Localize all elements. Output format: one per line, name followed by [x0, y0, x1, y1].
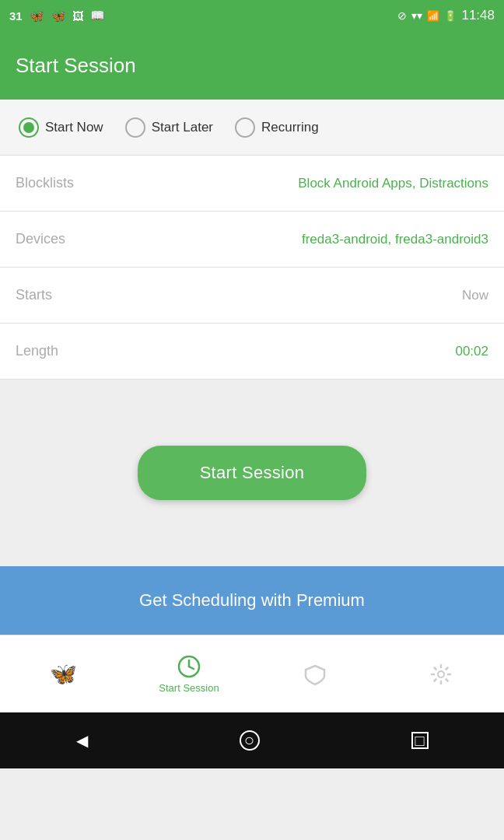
- info-section: Blocklists Block Android Apps, Distracti…: [0, 156, 504, 380]
- status-bar-left: 31 🦋 🦋 🖼 📖: [9, 9, 105, 23]
- status-time: 11:48: [461, 8, 495, 23]
- home-button[interactable]: ○: [240, 730, 260, 751]
- length-row[interactable]: Length 00:02: [0, 324, 504, 380]
- radio-label-start-later: Start Later: [152, 120, 213, 135]
- blocklists-label: Blocklists: [16, 175, 74, 191]
- system-nav-bar: ◀ ○ □: [0, 712, 504, 768]
- premium-text: Get Scheduling with Premium: [139, 590, 365, 611]
- start-session-button[interactable]: Start Session: [138, 446, 367, 500]
- svg-line-2: [189, 667, 194, 669]
- radio-circle-start-now: [19, 117, 39, 138]
- starts-label: Starts: [16, 287, 52, 303]
- nav-item-shield[interactable]: [252, 663, 378, 685]
- length-label: Length: [16, 343, 58, 359]
- wifi-icon: ▾▾: [411, 9, 422, 22]
- image-icon: 🖼: [72, 9, 84, 23]
- radio-inner-start-now: [23, 122, 34, 133]
- devices-row[interactable]: Devices freda3-android, freda3-android3: [0, 212, 504, 268]
- butterfly2-icon: 🦋: [51, 9, 66, 23]
- devices-label: Devices: [16, 231, 65, 247]
- status-bar-right: ⊘ ▾▾ 📶 🔋 11:48: [397, 8, 495, 23]
- svg-point-3: [438, 671, 444, 677]
- calendar-icon: 31: [9, 9, 23, 23]
- app-header: Start Session: [0, 31, 504, 100]
- bottom-nav: 🦋 Start Session: [0, 635, 504, 712]
- main-content: Start Session: [0, 380, 504, 566]
- shield-nav-icon: [304, 663, 326, 685]
- butterfly1-icon: 🦋: [29, 9, 44, 23]
- length-value: 00:02: [455, 344, 488, 359]
- nav-item-butterfly[interactable]: 🦋: [0, 661, 126, 687]
- nav-item-settings[interactable]: [378, 663, 504, 685]
- battery-icon: 🔋: [444, 10, 457, 22]
- radio-label-start-now: Start Now: [45, 120, 103, 135]
- starts-row[interactable]: Starts Now: [0, 268, 504, 324]
- page-title: Start Session: [16, 54, 136, 78]
- radio-label-recurring: Recurring: [261, 120, 319, 135]
- signal-icon: 📶: [427, 10, 439, 22]
- radio-circle-start-later: [125, 117, 145, 138]
- clock-nav-icon: [177, 654, 201, 679]
- recent-button[interactable]: □: [411, 732, 429, 749]
- gear-nav-icon: [430, 663, 452, 685]
- devices-value: freda3-android, freda3-android3: [302, 232, 488, 247]
- radio-circle-recurring: [235, 117, 255, 138]
- nav-label-start-session: Start Session: [159, 682, 219, 694]
- radio-start-now[interactable]: Start Now: [8, 117, 114, 138]
- no-entry-icon: ⊘: [397, 9, 407, 22]
- radio-recurring[interactable]: Recurring: [224, 117, 330, 138]
- blocklists-row[interactable]: Blocklists Block Android Apps, Distracti…: [0, 156, 504, 212]
- butterfly-nav-icon: 🦋: [50, 661, 77, 687]
- starts-value: Now: [462, 288, 488, 303]
- radio-group: Start Now Start Later Recurring: [0, 100, 504, 156]
- radio-start-later[interactable]: Start Later: [114, 117, 224, 138]
- book-icon: 📖: [90, 9, 105, 23]
- premium-banner[interactable]: Get Scheduling with Premium: [0, 566, 504, 635]
- status-bar: 31 🦋 🦋 🖼 📖 ⊘ ▾▾ 📶 🔋 11:48: [0, 0, 504, 31]
- nav-item-start-session[interactable]: Start Session: [126, 654, 252, 694]
- back-button[interactable]: ◀: [76, 731, 88, 750]
- blocklists-value: Block Android Apps, Distractions: [298, 176, 488, 191]
